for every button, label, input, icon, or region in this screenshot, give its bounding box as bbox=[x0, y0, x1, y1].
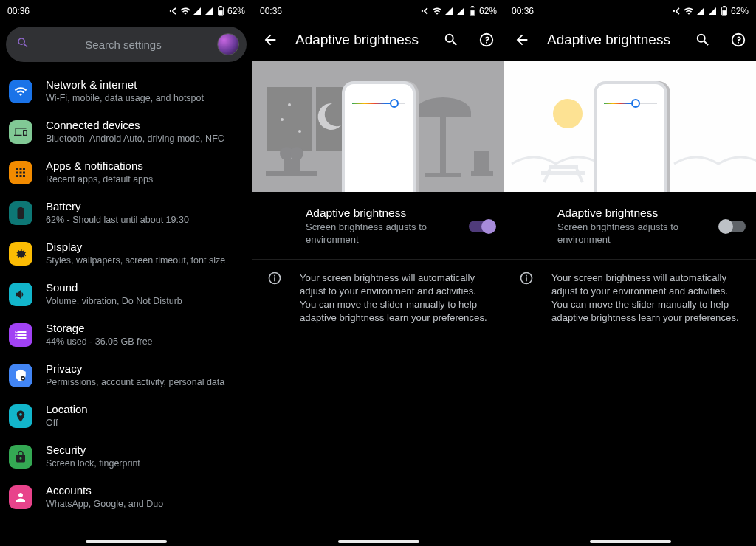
svg-rect-3 bbox=[219, 10, 222, 15]
item-title: Connected devices bbox=[46, 119, 242, 132]
profile-avatar[interactable] bbox=[217, 33, 239, 55]
security-icon bbox=[9, 445, 32, 469]
setting-subtitle: Screen brightness adjusts to environment bbox=[306, 221, 469, 246]
settings-item-apps[interactable]: Apps & notificationsRecent apps, default… bbox=[4, 152, 248, 193]
search-button[interactable] bbox=[441, 30, 461, 50]
vpn-icon bbox=[168, 6, 179, 16]
settings-item-accounts[interactable]: AccountsWhatsApp, Google, and Duo bbox=[4, 477, 248, 517]
settings-item-security[interactable]: SecurityScreen lock, fingerprint bbox=[4, 436, 248, 477]
location-icon bbox=[9, 404, 32, 428]
battery-percent: 62% bbox=[731, 6, 749, 16]
info-row: Your screen brightness will automaticall… bbox=[252, 260, 504, 325]
status-time: 00:36 bbox=[512, 6, 534, 16]
svg-point-8 bbox=[422, 10, 423, 11]
help-button[interactable] bbox=[476, 30, 497, 50]
nav-indicator[interactable] bbox=[590, 540, 671, 543]
search-bar[interactable]: Search settings bbox=[6, 27, 247, 62]
display-icon bbox=[9, 242, 32, 266]
item-subtitle: Screen lock, fingerprint bbox=[46, 457, 242, 469]
adaptive-brightness-on-screen: 00:36 62% Adaptive brightness bbox=[252, 0, 504, 546]
status-icons: 62% bbox=[168, 6, 245, 16]
battery-percent: 62% bbox=[479, 6, 497, 16]
info-row: Your screen brightness will automaticall… bbox=[504, 260, 756, 325]
item-title: Network & internet bbox=[46, 78, 242, 91]
item-title: Location bbox=[46, 403, 242, 416]
battery-icon bbox=[216, 6, 226, 16]
settings-item-sound[interactable]: SoundVolume, vibration, Do Not Disturb bbox=[4, 274, 248, 314]
vpn-icon bbox=[420, 6, 430, 16]
item-subtitle: 62% - Should last until about 19:30 bbox=[46, 214, 242, 226]
item-subtitle: Wi-Fi, mobile, data usage, and hotspot bbox=[46, 92, 242, 104]
signal-1-icon bbox=[695, 6, 706, 16]
svg-rect-18 bbox=[284, 159, 300, 173]
item-title: Storage bbox=[46, 322, 242, 335]
settings-item-storage[interactable]: Storage44% used - 36.05 GB free bbox=[4, 314, 248, 355]
svg-rect-10 bbox=[471, 6, 474, 7]
settings-item-devices[interactable]: Connected devicesBluetooth, Android Auto… bbox=[4, 111, 248, 152]
back-button[interactable] bbox=[260, 30, 281, 50]
illustration-night bbox=[252, 61, 504, 192]
settings-item-privacy[interactable]: PrivacyPermissions, account activity, pe… bbox=[4, 355, 248, 395]
search-button[interactable] bbox=[693, 30, 713, 50]
help-button[interactable] bbox=[728, 30, 749, 50]
svg-rect-24 bbox=[471, 171, 493, 176]
search-icon bbox=[16, 36, 30, 52]
wifi-icon bbox=[9, 80, 32, 103]
back-button[interactable] bbox=[512, 30, 532, 50]
svg-line-33 bbox=[577, 169, 583, 182]
info-text: Your screen brightness will automaticall… bbox=[300, 272, 494, 325]
item-subtitle: Bluetooth, Android Auto, driving mode, N… bbox=[46, 133, 242, 145]
svg-rect-22 bbox=[425, 173, 461, 177]
sound-icon bbox=[9, 283, 32, 306]
app-bar: Adaptive brightness bbox=[504, 19, 756, 61]
nav-indicator[interactable] bbox=[86, 540, 167, 543]
item-subtitle: Permissions, account activity, personal … bbox=[46, 376, 242, 388]
svg-point-29 bbox=[553, 99, 583, 128]
svg-rect-23 bbox=[474, 151, 489, 173]
nav-indicator[interactable] bbox=[338, 540, 419, 543]
signal-1-icon bbox=[192, 6, 202, 16]
svg-rect-4 bbox=[18, 208, 24, 219]
item-subtitle: 44% used - 36.05 GB free bbox=[46, 336, 242, 348]
svg-point-15 bbox=[281, 118, 284, 121]
settings-list[interactable]: Network & internetWi-Fi, mobile, data us… bbox=[0, 71, 252, 517]
settings-item-display[interactable]: DisplayStyles, wallpapers, screen timeou… bbox=[4, 233, 248, 274]
toggle-on[interactable] bbox=[469, 221, 494, 232]
status-bar: 00:36 62% bbox=[504, 0, 756, 19]
wifi-icon bbox=[684, 6, 694, 16]
signal-2-icon bbox=[456, 6, 466, 16]
settings-list-screen: 00:36 62% Search settings Network & inte… bbox=[0, 0, 252, 546]
battery-icon bbox=[467, 6, 478, 16]
status-bar: 00:36 62% bbox=[0, 0, 252, 19]
info-icon bbox=[519, 271, 535, 325]
svg-point-25 bbox=[673, 10, 675, 11]
svg-rect-7 bbox=[22, 378, 24, 379]
svg-point-0 bbox=[170, 10, 171, 11]
battery-percent: 62% bbox=[227, 6, 245, 16]
battery-icon bbox=[9, 201, 32, 225]
settings-item-battery[interactable]: Battery62% - Should last until about 19:… bbox=[4, 193, 248, 233]
item-title: Privacy bbox=[46, 362, 242, 376]
app-bar: Adaptive brightness bbox=[252, 19, 504, 61]
settings-item-location[interactable]: LocationOff bbox=[4, 395, 248, 436]
adaptive-brightness-setting[interactable]: Adaptive brightness Screen brightness ad… bbox=[504, 192, 756, 260]
setting-title: Adaptive brightness bbox=[306, 207, 469, 220]
svg-rect-11 bbox=[470, 10, 474, 15]
wifi-icon bbox=[180, 6, 190, 16]
item-subtitle: Recent apps, default apps bbox=[46, 173, 242, 185]
battery-icon bbox=[719, 6, 729, 16]
status-time: 00:36 bbox=[7, 6, 30, 16]
svg-rect-31 bbox=[549, 165, 578, 169]
signal-2-icon bbox=[707, 6, 718, 16]
page-title: Adaptive brightness bbox=[547, 32, 678, 48]
item-title: Sound bbox=[46, 281, 242, 294]
accounts-icon bbox=[9, 485, 32, 509]
svg-rect-5 bbox=[19, 207, 22, 209]
status-time: 00:36 bbox=[260, 6, 282, 16]
wifi-icon bbox=[432, 6, 442, 16]
svg-rect-12 bbox=[267, 87, 312, 151]
toggle-off[interactable] bbox=[721, 221, 746, 232]
adaptive-brightness-setting[interactable]: Adaptive brightness Screen brightness ad… bbox=[252, 192, 504, 260]
settings-item-wifi[interactable]: Network & internetWi-Fi, mobile, data us… bbox=[4, 71, 248, 111]
illustration-day bbox=[504, 61, 756, 192]
